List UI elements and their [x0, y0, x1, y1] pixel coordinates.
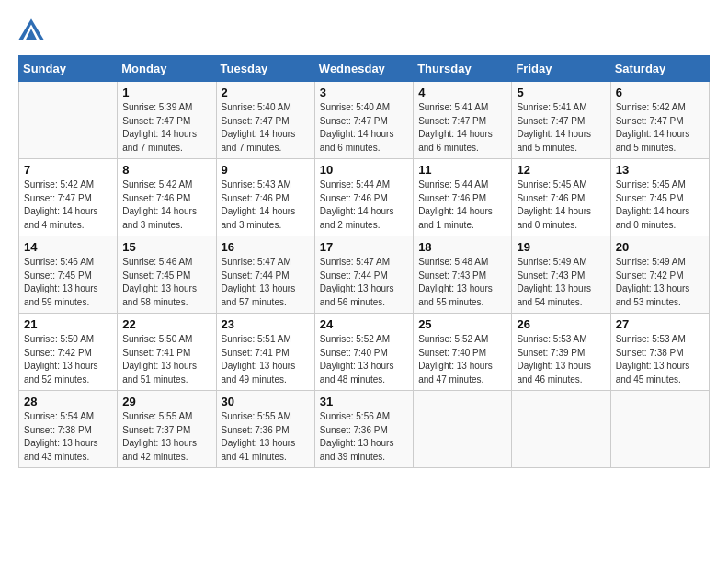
day-number: 5: [517, 86, 605, 99]
day-info: Sunrise: 5:53 AM Sunset: 7:39 PM Dayligh…: [517, 333, 605, 386]
day-info: Sunrise: 5:44 AM Sunset: 7:46 PM Dayligh…: [320, 178, 408, 232]
calendar-cell: 1Sunrise: 5:39 AM Sunset: 7:47 PM Daylig…: [118, 82, 216, 159]
calendar-cell: 2Sunrise: 5:40 AM Sunset: 7:47 PM Daylig…: [216, 82, 314, 159]
day-info: Sunrise: 5:40 AM Sunset: 7:47 PM Dayligh…: [320, 101, 408, 155]
day-number: 25: [418, 317, 506, 331]
day-info: Sunrise: 5:45 AM Sunset: 7:45 PM Dayligh…: [616, 178, 704, 232]
calendar-cell: [512, 391, 610, 468]
day-info: Sunrise: 5:44 AM Sunset: 7:46 PM Dayligh…: [418, 178, 506, 232]
day-number: 3: [320, 86, 408, 99]
day-info: Sunrise: 5:40 AM Sunset: 7:47 PM Dayligh…: [222, 101, 310, 155]
calendar-cell: 12Sunrise: 5:45 AM Sunset: 7:46 PM Dayli…: [512, 159, 610, 236]
day-number: 7: [24, 163, 112, 177]
calendar-cell: 16Sunrise: 5:47 AM Sunset: 7:44 PM Dayli…: [216, 236, 314, 314]
day-number: 6: [616, 86, 704, 99]
calendar-week-row: 21Sunrise: 5:50 AM Sunset: 7:42 PM Dayli…: [19, 314, 710, 391]
calendar-cell: 19Sunrise: 5:49 AM Sunset: 7:43 PM Dayli…: [512, 236, 610, 314]
day-info: Sunrise: 5:50 AM Sunset: 7:41 PM Dayligh…: [122, 333, 210, 386]
calendar-cell: 30Sunrise: 5:55 AM Sunset: 7:36 PM Dayli…: [216, 391, 314, 468]
day-header-thursday: Thursday: [414, 56, 512, 82]
calendar-cell: 26Sunrise: 5:53 AM Sunset: 7:39 PM Dayli…: [512, 314, 610, 391]
calendar-cell: 31Sunrise: 5:56 AM Sunset: 7:36 PM Dayli…: [314, 391, 413, 468]
calendar-cell: 6Sunrise: 5:42 AM Sunset: 7:47 PM Daylig…: [610, 82, 709, 159]
calendar-cell: 5Sunrise: 5:41 AM Sunset: 7:47 PM Daylig…: [512, 82, 610, 159]
calendar-cell: 3Sunrise: 5:40 AM Sunset: 7:47 PM Daylig…: [314, 82, 413, 159]
calendar-cell: [610, 391, 709, 468]
day-info: Sunrise: 5:45 AM Sunset: 7:46 PM Dayligh…: [517, 178, 605, 232]
day-info: Sunrise: 5:50 AM Sunset: 7:42 PM Dayligh…: [24, 333, 112, 386]
calendar-week-row: 14Sunrise: 5:46 AM Sunset: 7:45 PM Dayli…: [19, 236, 710, 314]
day-info: Sunrise: 5:49 AM Sunset: 7:43 PM Dayligh…: [517, 256, 605, 309]
day-info: Sunrise: 5:55 AM Sunset: 7:36 PM Dayligh…: [222, 410, 310, 464]
day-info: Sunrise: 5:43 AM Sunset: 7:46 PM Dayligh…: [222, 178, 310, 232]
day-number: 21: [24, 317, 112, 331]
calendar-cell: 8Sunrise: 5:42 AM Sunset: 7:46 PM Daylig…: [118, 159, 216, 236]
day-number: 16: [222, 240, 310, 254]
calendar-cell: 27Sunrise: 5:53 AM Sunset: 7:38 PM Dayli…: [610, 314, 709, 391]
day-info: Sunrise: 5:49 AM Sunset: 7:42 PM Dayligh…: [616, 256, 704, 309]
calendar-cell: 24Sunrise: 5:52 AM Sunset: 7:40 PM Dayli…: [314, 314, 413, 391]
logo-icon: [18, 18, 44, 40]
day-header-tuesday: Tuesday: [216, 56, 314, 82]
day-number: 2: [222, 86, 310, 99]
day-header-sunday: Sunday: [19, 56, 118, 82]
day-number: 17: [320, 240, 408, 254]
day-number: 26: [517, 317, 605, 331]
calendar-cell: 28Sunrise: 5:54 AM Sunset: 7:38 PM Dayli…: [19, 391, 118, 468]
day-number: 20: [616, 240, 704, 254]
calendar-week-row: 28Sunrise: 5:54 AM Sunset: 7:38 PM Dayli…: [19, 391, 710, 468]
day-number: 23: [222, 317, 310, 331]
calendar-week-row: 7Sunrise: 5:42 AM Sunset: 7:47 PM Daylig…: [19, 159, 710, 236]
calendar-cell: 17Sunrise: 5:47 AM Sunset: 7:44 PM Dayli…: [314, 236, 413, 314]
day-info: Sunrise: 5:52 AM Sunset: 7:40 PM Dayligh…: [418, 333, 506, 386]
day-info: Sunrise: 5:42 AM Sunset: 7:47 PM Dayligh…: [24, 178, 112, 232]
calendar-cell: 13Sunrise: 5:45 AM Sunset: 7:45 PM Dayli…: [610, 159, 709, 236]
day-header-saturday: Saturday: [610, 56, 709, 82]
day-info: Sunrise: 5:39 AM Sunset: 7:47 PM Dayligh…: [122, 101, 210, 155]
calendar-cell: 25Sunrise: 5:52 AM Sunset: 7:40 PM Dayli…: [414, 314, 512, 391]
day-info: Sunrise: 5:41 AM Sunset: 7:47 PM Dayligh…: [517, 101, 605, 155]
calendar-cell: 22Sunrise: 5:50 AM Sunset: 7:41 PM Dayli…: [118, 314, 216, 391]
day-info: Sunrise: 5:42 AM Sunset: 7:47 PM Dayligh…: [616, 101, 704, 155]
day-info: Sunrise: 5:53 AM Sunset: 7:38 PM Dayligh…: [616, 333, 704, 386]
day-number: 24: [320, 317, 408, 331]
calendar-cell: 20Sunrise: 5:49 AM Sunset: 7:42 PM Dayli…: [610, 236, 709, 314]
day-header-wednesday: Wednesday: [314, 56, 413, 82]
day-info: Sunrise: 5:46 AM Sunset: 7:45 PM Dayligh…: [122, 256, 210, 309]
day-number: 27: [616, 317, 704, 331]
day-number: 19: [517, 240, 605, 254]
day-info: Sunrise: 5:42 AM Sunset: 7:46 PM Dayligh…: [122, 178, 210, 232]
day-number: 18: [418, 240, 506, 254]
day-number: 15: [122, 240, 210, 254]
day-number: 12: [517, 163, 605, 177]
day-number: 4: [418, 86, 506, 99]
day-number: 10: [320, 163, 408, 177]
calendar-cell: 23Sunrise: 5:51 AM Sunset: 7:41 PM Dayli…: [216, 314, 314, 391]
calendar-cell: 29Sunrise: 5:55 AM Sunset: 7:37 PM Dayli…: [118, 391, 216, 468]
day-number: 31: [320, 395, 408, 408]
day-number: 22: [122, 317, 210, 331]
day-info: Sunrise: 5:47 AM Sunset: 7:44 PM Dayligh…: [222, 256, 310, 309]
calendar-cell: [19, 82, 118, 159]
day-info: Sunrise: 5:48 AM Sunset: 7:43 PM Dayligh…: [418, 256, 506, 309]
calendar-cell: 14Sunrise: 5:46 AM Sunset: 7:45 PM Dayli…: [19, 236, 118, 314]
day-info: Sunrise: 5:52 AM Sunset: 7:40 PM Dayligh…: [320, 333, 408, 386]
calendar-cell: 9Sunrise: 5:43 AM Sunset: 7:46 PM Daylig…: [216, 159, 314, 236]
day-number: 29: [122, 395, 210, 408]
calendar-table: SundayMondayTuesdayWednesdayThursdayFrid…: [18, 55, 710, 468]
calendar-header-row: SundayMondayTuesdayWednesdayThursdayFrid…: [19, 56, 710, 82]
day-number: 11: [418, 163, 506, 177]
day-number: 30: [222, 395, 310, 408]
day-header-friday: Friday: [512, 56, 610, 82]
calendar-week-row: 1Sunrise: 5:39 AM Sunset: 7:47 PM Daylig…: [19, 82, 710, 159]
day-number: 9: [222, 163, 310, 177]
calendar-cell: 7Sunrise: 5:42 AM Sunset: 7:47 PM Daylig…: [19, 159, 118, 236]
calendar-cell: [414, 391, 512, 468]
calendar-cell: 18Sunrise: 5:48 AM Sunset: 7:43 PM Dayli…: [414, 236, 512, 314]
day-header-monday: Monday: [118, 56, 216, 82]
day-info: Sunrise: 5:46 AM Sunset: 7:45 PM Dayligh…: [24, 256, 112, 309]
day-info: Sunrise: 5:55 AM Sunset: 7:37 PM Dayligh…: [122, 410, 210, 464]
calendar-cell: 10Sunrise: 5:44 AM Sunset: 7:46 PM Dayli…: [314, 159, 413, 236]
day-info: Sunrise: 5:41 AM Sunset: 7:47 PM Dayligh…: [418, 101, 506, 155]
day-info: Sunrise: 5:56 AM Sunset: 7:36 PM Dayligh…: [320, 410, 408, 464]
